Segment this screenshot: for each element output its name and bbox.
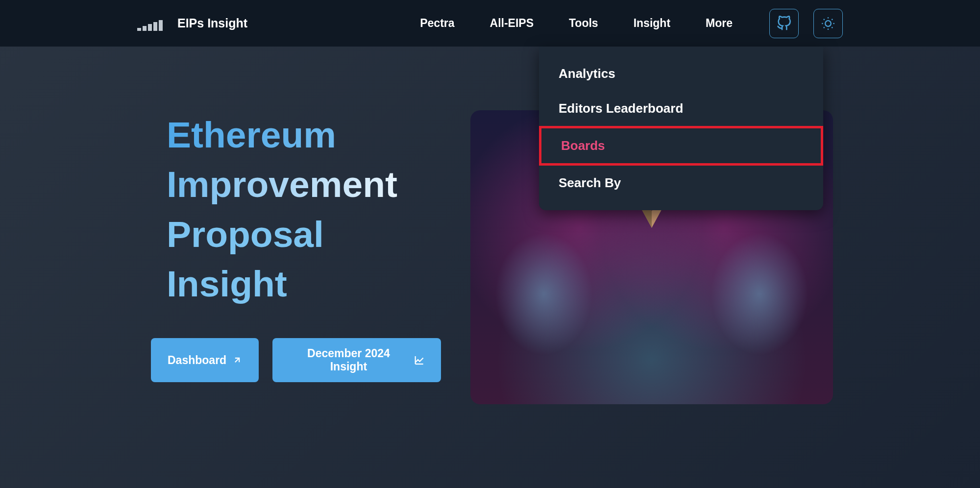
hero-word-improvement: Improvement	[167, 160, 441, 209]
chart-line-icon	[414, 355, 424, 366]
nav-item-more[interactable]: More	[706, 17, 733, 30]
monthly-insight-button[interactable]: December 2024 Insight	[272, 338, 441, 382]
main-nav: Pectra All-EIPS Tools Insight More	[420, 17, 733, 30]
nav-item-all-eips[interactable]: All-EIPS	[490, 17, 534, 30]
sun-icon	[821, 17, 835, 30]
logo-section[interactable]: EIPs Insight	[137, 16, 247, 31]
dropdown-item-search-by[interactable]: Search By	[539, 166, 823, 200]
theme-toggle-button[interactable]	[813, 9, 843, 38]
svg-line-9	[235, 358, 239, 362]
hero-word-insight: Insight	[167, 259, 441, 309]
arrow-up-right-icon	[232, 355, 242, 365]
github-icon	[776, 16, 792, 31]
nav-item-tools[interactable]: Tools	[569, 17, 598, 30]
dropdown-item-boards[interactable]: Boards	[539, 126, 823, 166]
insight-dropdown: Analytics Editors Leaderboard Boards Sea…	[539, 47, 823, 210]
nav-item-insight[interactable]: Insight	[634, 17, 670, 30]
hero-word-ethereum: Ethereum	[167, 110, 441, 160]
robot-hand-left	[495, 233, 593, 355]
hero-title: Ethereum Improvement Proposal Insight	[167, 110, 441, 309]
main-header: EIPs Insight Pectra All-EIPS Tools Insig…	[0, 0, 980, 47]
dashboard-button[interactable]: Dashboard	[151, 338, 259, 382]
hero-text-section: Ethereum Improvement Proposal Insight Da…	[137, 110, 441, 382]
svg-line-7	[824, 27, 825, 28]
svg-line-8	[832, 19, 833, 20]
hero-word-proposal: Proposal	[167, 210, 441, 259]
dashboard-button-label: Dashboard	[168, 354, 226, 367]
hero-buttons: Dashboard December 2024 Insight	[151, 338, 441, 382]
main-content: Ethereum Improvement Proposal Insight Da…	[0, 47, 980, 404]
svg-point-0	[825, 21, 831, 26]
dropdown-item-analytics[interactable]: Analytics	[539, 56, 823, 91]
logo-icon	[137, 16, 167, 31]
svg-line-4	[832, 27, 833, 28]
nav-item-pectra[interactable]: Pectra	[420, 17, 454, 30]
github-button[interactable]	[769, 9, 799, 38]
monthly-insight-label: December 2024 Insight	[289, 347, 408, 373]
header-icons	[769, 9, 843, 38]
svg-line-3	[824, 19, 825, 20]
dropdown-item-editors-leaderboard[interactable]: Editors Leaderboard	[539, 91, 823, 126]
logo-text: EIPs Insight	[177, 16, 247, 30]
robot-hand-right	[710, 233, 808, 355]
